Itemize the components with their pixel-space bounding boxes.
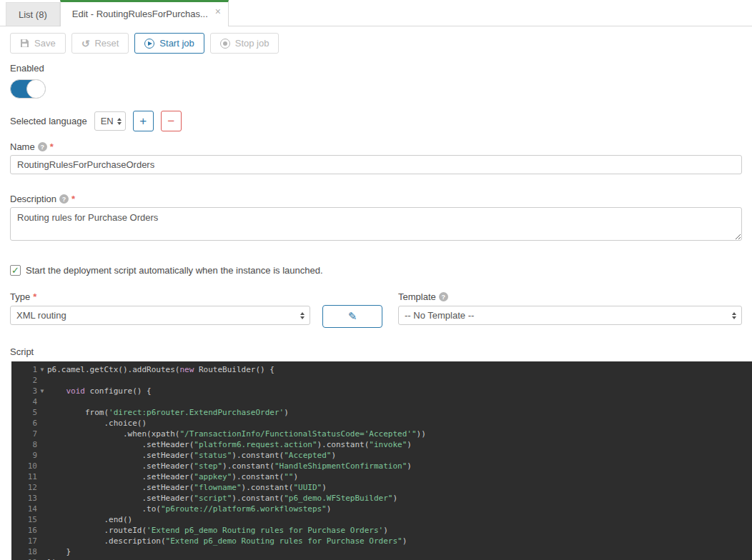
code-line[interactable]: 8 .setHeader("platform6.request.action")… bbox=[11, 439, 752, 450]
edit-type-button[interactable]: ✎ bbox=[322, 305, 382, 328]
edit-type-column: ✎ bbox=[322, 291, 382, 328]
fold-gutter bbox=[37, 536, 47, 546]
enabled-toggle[interactable] bbox=[10, 79, 46, 99]
code-text: .choice() bbox=[47, 418, 147, 429]
code-text: from('direct:p6router.ExtendPurchaseOrde… bbox=[47, 407, 289, 418]
code-text: .setHeader("appkey").constant("") bbox=[47, 471, 298, 482]
code-text: .when(xpath("/TransactionInfo/Functional… bbox=[47, 429, 426, 439]
code-line[interactable]: 9 .setHeader("status").constant("Accepte… bbox=[11, 450, 752, 461]
name-label-row: Name ? * bbox=[10, 141, 742, 152]
fold-gutter bbox=[37, 461, 47, 471]
select-stepper-icon bbox=[117, 118, 122, 125]
code-line[interactable]: 5 from('direct:p6router.ExtendPurchaseOr… bbox=[11, 407, 752, 418]
fold-gutter bbox=[37, 450, 47, 461]
code-text: void configure() { bbox=[47, 386, 152, 396]
line-number: 6 bbox=[11, 418, 37, 429]
reset-button[interactable]: ↺ Reset bbox=[71, 33, 129, 54]
line-number: 10 bbox=[11, 461, 37, 471]
required-marker: * bbox=[33, 291, 36, 302]
name-input[interactable] bbox=[10, 155, 742, 174]
page: List (8) Edit - RoutingRulesForPurchas..… bbox=[0, 0, 752, 560]
line-number: 4 bbox=[11, 396, 37, 407]
fold-gutter bbox=[37, 504, 47, 514]
code-text: } bbox=[47, 546, 71, 557]
code-text: .setHeader("script").constant("p6_demo.W… bbox=[47, 493, 397, 504]
code-line[interactable]: 19}) bbox=[11, 557, 752, 560]
edit-form: Enabled Selected language EN + − Name ? … bbox=[0, 63, 752, 357]
save-icon bbox=[20, 39, 29, 48]
pencil-icon: ✎ bbox=[348, 310, 357, 323]
start-job-label: Start job bbox=[159, 38, 194, 49]
type-select[interactable]: XML routing bbox=[10, 306, 310, 325]
name-label: Name bbox=[10, 141, 35, 152]
script-code-editor[interactable]: 1▼p6.camel.getCtx().addRoutes(new RouteB… bbox=[11, 361, 752, 560]
tab-list[interactable]: List (8) bbox=[6, 2, 60, 26]
selected-language-label: Selected language bbox=[10, 116, 87, 126]
code-line[interactable]: 10 .setHeader("step").constant("HandleSh… bbox=[11, 461, 752, 471]
description-textarea[interactable]: Routing rules for Purchase Orders bbox=[10, 207, 742, 241]
code-text: .setHeader("flowname").constant("UUID") bbox=[47, 482, 327, 493]
template-select[interactable]: -- No Template -- bbox=[398, 306, 742, 325]
code-line[interactable]: 13 .setHeader("script").constant("p6_dem… bbox=[11, 493, 752, 504]
help-icon[interactable]: ? bbox=[439, 292, 448, 301]
code-line[interactable]: 7 .when(xpath("/TransactionInfo/Function… bbox=[11, 429, 752, 439]
line-number: 18 bbox=[11, 546, 37, 557]
code-line[interactable]: 17 .description("Extend p6_demo Routing … bbox=[11, 536, 752, 546]
line-number: 12 bbox=[11, 482, 37, 493]
language-value: EN bbox=[101, 116, 114, 126]
line-number: 16 bbox=[11, 525, 37, 536]
tab-bar: List (8) Edit - RoutingRulesForPurchas..… bbox=[0, 0, 752, 26]
language-select[interactable]: EN bbox=[94, 111, 126, 131]
code-line[interactable]: 1▼p6.camel.getCtx().addRoutes(new RouteB… bbox=[11, 364, 752, 375]
code-line[interactable]: 6 .choice() bbox=[11, 418, 752, 429]
fold-gutter bbox=[37, 482, 47, 493]
toolbar: Save ↺ Reset Start job Stop job bbox=[0, 26, 752, 54]
code-line[interactable]: 12 .setHeader("flowname").constant("UUID… bbox=[11, 482, 752, 493]
description-label-row: Description ? * bbox=[10, 194, 742, 204]
code-line[interactable]: 4 bbox=[11, 396, 752, 407]
code-text: .setHeader("step").constant("HandleShipm… bbox=[47, 461, 412, 471]
tab-edit[interactable]: Edit - RoutingRulesForPurchas... × bbox=[60, 0, 229, 26]
line-number: 5 bbox=[11, 407, 37, 418]
stop-job-label: Stop job bbox=[235, 38, 269, 49]
code-line[interactable]: 2 bbox=[11, 375, 752, 386]
fold-gutter bbox=[37, 493, 47, 504]
autostart-label: Start the deployment script automaticall… bbox=[26, 265, 323, 276]
autostart-checkbox[interactable]: ✓ bbox=[10, 265, 21, 276]
fold-arrow-icon[interactable]: ▼ bbox=[37, 386, 47, 396]
fold-gutter bbox=[37, 375, 47, 386]
remove-language-button[interactable]: − bbox=[161, 111, 182, 131]
code-line[interactable]: 16 .routeId('Extend p6_demo Routing rule… bbox=[11, 525, 752, 536]
start-job-button[interactable]: Start job bbox=[134, 33, 204, 54]
script-label: Script bbox=[10, 346, 742, 357]
code-text: .setHeader("platform6.request.action").c… bbox=[47, 439, 412, 450]
code-line[interactable]: 15 .end() bbox=[11, 514, 752, 525]
fold-gutter bbox=[37, 557, 47, 560]
fold-arrow-icon[interactable]: ▼ bbox=[37, 364, 47, 375]
reset-icon: ↺ bbox=[81, 39, 90, 49]
line-number: 15 bbox=[11, 514, 37, 525]
code-text: }) bbox=[47, 557, 56, 560]
help-icon[interactable]: ? bbox=[59, 194, 69, 204]
save-button[interactable]: Save bbox=[10, 33, 66, 54]
tab-list-label: List (8) bbox=[19, 9, 47, 20]
help-icon[interactable]: ? bbox=[38, 142, 47, 151]
add-language-button[interactable]: + bbox=[133, 111, 154, 131]
reset-label: Reset bbox=[94, 38, 119, 49]
line-number: 3 bbox=[11, 386, 37, 396]
stop-job-button[interactable]: Stop job bbox=[210, 33, 279, 54]
code-line[interactable]: 18 } bbox=[11, 546, 752, 557]
close-icon[interactable]: × bbox=[215, 7, 221, 16]
template-label-row: Template ? bbox=[398, 291, 742, 302]
description-label: Description bbox=[10, 194, 56, 204]
code-line[interactable]: 3▼ void configure() { bbox=[11, 386, 752, 396]
code-text: .setHeader("status").constant("Accepted"… bbox=[47, 450, 336, 461]
code-line[interactable]: 11 .setHeader("appkey").constant("") bbox=[11, 471, 752, 482]
fold-gutter bbox=[37, 439, 47, 450]
code-line[interactable]: 14 .to("p6route://platform6.workflowstep… bbox=[11, 504, 752, 514]
line-number: 2 bbox=[11, 375, 37, 386]
line-number: 11 bbox=[11, 471, 37, 482]
template-label: Template bbox=[398, 291, 436, 302]
fold-gutter bbox=[37, 396, 47, 407]
line-number: 9 bbox=[11, 450, 37, 461]
